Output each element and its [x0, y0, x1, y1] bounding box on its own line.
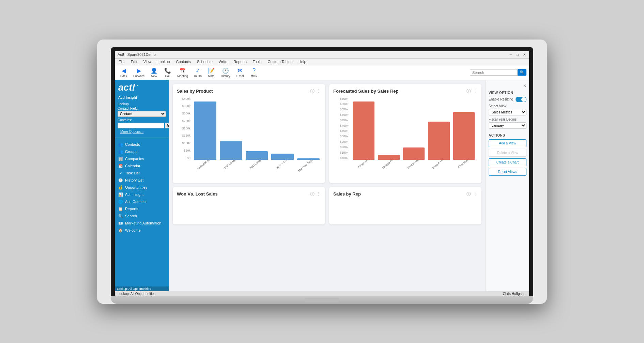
- maximize-button[interactable]: □: [516, 52, 520, 57]
- minimize-button[interactable]: ─: [509, 52, 513, 57]
- act-logo: act!™: [118, 83, 139, 92]
- forecasted-menu-icon[interactable]: ⋮: [473, 88, 477, 94]
- fx-fred-wrap: Fred Fendeline: [403, 160, 425, 179]
- status-left: Lookup: All Opportunities: [118, 292, 155, 296]
- fy-450k: $450k: [333, 119, 350, 122]
- create-chart-button[interactable]: Create a Chart: [489, 158, 526, 166]
- new-button[interactable]: 👤 New: [148, 67, 160, 78]
- fy-550k: $550k: [333, 108, 350, 111]
- fy-250k: $250k: [333, 140, 350, 143]
- sidebar-item-companies[interactable]: 🏢 Companies: [115, 155, 169, 162]
- menu-lookup[interactable]: Lookup: [156, 59, 171, 64]
- enable-resizing-label: Enable Resizing: [489, 97, 513, 101]
- sidebar-item-calendar[interactable]: 📅 Calendar: [115, 162, 169, 170]
- sidebar-item-contacts[interactable]: 👥 Contacts: [115, 141, 169, 148]
- fy-200k: $200k: [333, 145, 350, 149]
- reset-views-button[interactable]: Reset Views: [489, 168, 526, 176]
- fiscal-year-dropdown[interactable]: January: [489, 122, 526, 129]
- new-label: New: [151, 74, 157, 78]
- search-input[interactable]: [470, 69, 518, 76]
- menu-write[interactable]: Write: [218, 59, 228, 64]
- bar-ernst: [428, 122, 449, 160]
- y-label-100k: $100k: [177, 141, 192, 145]
- sidebar-item-opportunities[interactable]: 💰 Opportunities: [115, 184, 169, 191]
- won-vs-lost-info-icon[interactable]: ⓘ: [310, 191, 315, 197]
- delete-view-button[interactable]: Delete a View: [489, 149, 526, 157]
- sidebar-item-opportunities-label: Opportunities: [125, 185, 147, 189]
- menu-tools[interactable]: Tools: [252, 59, 263, 64]
- todo-icon: ✓: [196, 67, 200, 74]
- meeting-button[interactable]: 📅 Meeting: [175, 67, 190, 78]
- sidebar-more-options[interactable]: More Options...: [118, 128, 166, 135]
- enable-resizing-toggle[interactable]: [516, 97, 526, 102]
- sales-by-rep-info-icon[interactable]: ⓘ: [466, 191, 471, 197]
- bar-group-allison: [353, 102, 374, 160]
- tasklist-icon: ✓: [118, 171, 123, 175]
- sales-by-product-title: Sales by Product: [177, 89, 310, 94]
- sales-product-info-icon[interactable]: ⓘ: [310, 88, 315, 94]
- sidebar-item-actinsight[interactable]: 📊 Act! Insight: [115, 191, 169, 198]
- note-button[interactable]: 📝 Note: [205, 67, 217, 78]
- sidebar-item-groups[interactable]: 👥 Groups: [115, 148, 169, 155]
- menu-help[interactable]: Help: [297, 59, 307, 64]
- y-axis-labels: $0 $50k $100k $150k $200k $250k $300k $3…: [177, 97, 192, 160]
- won-vs-lost-menu-icon[interactable]: ⋮: [317, 191, 321, 197]
- enable-resizing-row: Enable Resizing: [489, 97, 526, 102]
- won-vs-lost-icons: ⓘ ⋮: [310, 191, 321, 197]
- menu-custom-tables[interactable]: Custom Tables: [266, 59, 293, 64]
- new-icon: 👤: [151, 67, 157, 74]
- panel-close-icon[interactable]: ✕: [523, 83, 526, 88]
- menu-view[interactable]: View: [142, 59, 153, 64]
- right-panel: ✕ VIEW OPTION Enable Resizing Select Vie…: [486, 80, 529, 291]
- content-area: Sales by Product ⓘ ⋮ $0: [169, 80, 486, 291]
- call-button[interactable]: 📞 Call: [162, 67, 174, 78]
- close-button[interactable]: ✕: [522, 52, 526, 57]
- todo-label: To-Do: [194, 74, 202, 78]
- bar-group-one-component: [220, 141, 242, 160]
- select-view-dropdown[interactable]: Sales Metrics: [489, 109, 526, 115]
- history-icon: 🕐: [222, 67, 229, 74]
- y-label-0: $0: [177, 156, 192, 160]
- sales-by-rep-menu-icon[interactable]: ⋮: [473, 191, 477, 197]
- add-view-button[interactable]: Add a View: [489, 139, 526, 147]
- forward-button[interactable]: ▶ Forward: [131, 67, 147, 78]
- x-label-service-wrap: Service Contract: [271, 160, 294, 179]
- menu-contacts[interactable]: Contacts: [175, 59, 191, 64]
- menu-schedule[interactable]: Schedule: [196, 59, 214, 64]
- laptop-shell: Act! - Spare2021Demo ─ □ ✕ File Edit Vie…: [97, 40, 547, 304]
- forward-icon: ▶: [137, 67, 141, 74]
- fy-400k: $400k: [333, 124, 350, 127]
- back-button[interactable]: ◀ Back: [118, 67, 130, 78]
- sidebar-item-actconnect[interactable]: 🌐 Act! Connect: [115, 198, 169, 205]
- menu-edit[interactable]: Edit: [130, 59, 138, 64]
- history-button[interactable]: 🕐 History: [219, 67, 232, 78]
- sidebar-item-search[interactable]: 🔍 Search: [115, 213, 169, 220]
- sidebar-contact-field-select[interactable]: Contact: [118, 111, 166, 117]
- sidebar-item-historylist[interactable]: 🕐 History List: [115, 177, 169, 184]
- select-view-label: Select View:: [489, 104, 526, 108]
- sidebar-contains-input[interactable]: [118, 123, 164, 128]
- sidebar-lookup-title: Lookup: [118, 102, 166, 106]
- forecasted-y-axis: $100k $150k $200k $250k $300k $350k $400…: [333, 97, 350, 160]
- search-button[interactable]: 🔍: [518, 69, 526, 76]
- menu-reports[interactable]: Reports: [232, 59, 248, 64]
- help-button[interactable]: ? Help: [248, 67, 260, 78]
- sidebar-item-marketing[interactable]: 📧 Marketing Automation: [115, 220, 169, 227]
- email-button[interactable]: ✉ E-mail: [234, 67, 247, 78]
- forecasted-info-icon[interactable]: ⓘ: [466, 88, 471, 94]
- sidebar-item-tasklist[interactable]: ✓ Task List: [115, 170, 169, 177]
- sidebar: act!™ Act! Insight Lookup Contact Field:…: [115, 80, 169, 291]
- sidebar-item-reports[interactable]: 📋 Reports: [115, 205, 169, 213]
- todo-button[interactable]: ✓ To-Do: [191, 67, 204, 78]
- sales-product-menu-icon[interactable]: ⋮: [317, 88, 321, 94]
- sidebar-insight-label: Act! Insight: [115, 95, 169, 101]
- email-label: E-mail: [236, 74, 245, 78]
- fx-fred: Fred Fendeline: [407, 160, 425, 179]
- x-label-techone-wrap: TechONE System: [194, 160, 216, 179]
- bar-techone: [194, 102, 216, 160]
- sidebar-item-groups-label: Groups: [125, 150, 137, 154]
- sidebar-nav: 👥 Contacts 👥 Groups 🏢 Companies 📅: [115, 140, 169, 286]
- sidebar-item-welcome[interactable]: 🏠 Welcome: [115, 227, 169, 234]
- menu-file[interactable]: File: [118, 59, 126, 64]
- won-vs-lost-header: Won Vs. Lost Sales ⓘ ⋮: [177, 191, 321, 197]
